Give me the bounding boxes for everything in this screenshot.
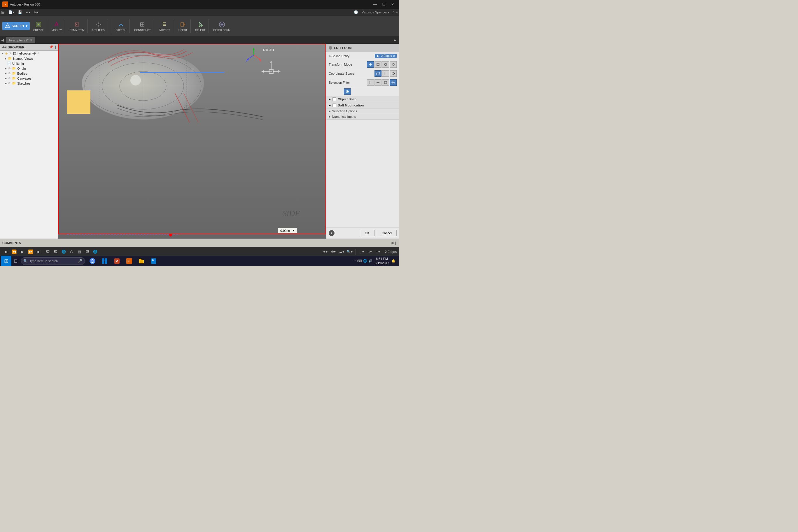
grid-btn[interactable]: ⊞▾: [366, 248, 373, 255]
play-btn[interactable]: ▶: [19, 248, 26, 255]
notification-btn[interactable]: 🔔: [392, 259, 396, 263]
taskbar-fusion[interactable]: F: [124, 256, 135, 266]
named-views-item[interactable]: ▶ 📁 Named Views: [0, 56, 58, 61]
active-tab[interactable]: helicopter v9* ×: [6, 37, 35, 43]
sel-filter-btn-2[interactable]: [375, 79, 381, 86]
prev-btn[interactable]: ⏪: [11, 248, 18, 255]
soft-mod-section[interactable]: ▶ Soft Modification: [326, 102, 399, 109]
measure-dropdown[interactable]: ▾: [291, 229, 294, 232]
transform-btn-1[interactable]: [367, 61, 374, 68]
sketch-button[interactable]: SKETCH: [114, 20, 128, 32]
origin-arrow: ▶: [5, 67, 7, 70]
maximize-button[interactable]: ❐: [380, 1, 388, 7]
view-ctrl-3[interactable]: ☁▾: [338, 248, 345, 255]
transform-btn-2[interactable]: [375, 61, 381, 68]
minimize-button[interactable]: —: [371, 1, 379, 7]
timeline-btn-5[interactable]: ▦: [76, 248, 83, 255]
tray-keyboard[interactable]: ⌨: [357, 259, 362, 263]
comments-add-btn[interactable]: ⊕: [391, 241, 394, 245]
timeline-btn-7[interactable]: 🌐: [92, 248, 99, 255]
modify-button[interactable]: MODIFY: [50, 20, 63, 32]
ok-button[interactable]: OK: [360, 230, 375, 236]
new-file-btn[interactable]: 📄▾: [8, 10, 14, 14]
clock[interactable]: 8:31 PM 6/19/2017: [375, 256, 389, 265]
history-btn[interactable]: 🕐: [354, 10, 358, 14]
next-btn[interactable]: ⏩: [27, 248, 34, 255]
timeline-btn-1[interactable]: 🖼: [44, 248, 51, 255]
selection-opts-section[interactable]: ▶ Selection Options: [326, 109, 399, 114]
tab-close-button[interactable]: ×: [30, 38, 32, 42]
tray-up-arrow[interactable]: ⌃: [354, 259, 356, 263]
inspect-button[interactable]: INSPECT: [157, 20, 172, 32]
transform-btn-4[interactable]: [390, 61, 397, 68]
search-box[interactable]: 🔍 Type here to search 🎤: [21, 257, 85, 265]
prev-start-btn[interactable]: ⏮: [2, 248, 10, 255]
timeline-btn-2[interactable]: 🖼: [52, 248, 59, 255]
object-snap-section[interactable]: ▶ Object Snap: [326, 96, 399, 102]
taskbar-chrome[interactable]: [87, 256, 98, 266]
sel-filter-btn-4[interactable]: [390, 79, 397, 86]
info-button[interactable]: i: [329, 230, 335, 236]
snap-btn[interactable]: ⊞▾: [375, 248, 381, 255]
create-button[interactable]: CREATE: [32, 20, 45, 32]
transform-label: Transform Mode: [329, 63, 367, 66]
save-btn[interactable]: 💾: [18, 10, 22, 14]
display-mode-btn[interactable]: ⬚▾: [358, 248, 365, 255]
timeline-btn-4[interactable]: ⬡: [68, 248, 75, 255]
redo-btn[interactable]: ↪▾: [34, 10, 38, 14]
next-end-btn[interactable]: ⏭: [35, 248, 42, 255]
svg-rect-5: [97, 24, 101, 25]
browser-root-item[interactable]: ▼ ◈ 👁 🔲 helicopter v9 ⊙: [0, 51, 58, 56]
symmetry-button[interactable]: SYMMETRY: [68, 20, 86, 32]
timeline-btn-3[interactable]: 🌐: [60, 248, 67, 255]
object-snap-checkbox[interactable]: [332, 97, 336, 101]
timeline-btn-6[interactable]: 🖼: [84, 248, 91, 255]
view-ctrl-4[interactable]: 🔍▾: [346, 248, 353, 255]
close-button[interactable]: ✕: [388, 1, 397, 7]
panel-collapse-button[interactable]: ▲: [393, 38, 398, 42]
coord-btn-2[interactable]: [382, 70, 389, 77]
construct-button[interactable]: CONSTRUCT: [132, 20, 153, 32]
insert-button[interactable]: INSERT: [176, 20, 189, 32]
back-button[interactable]: ◀: [1, 38, 6, 42]
user-menu[interactable]: Veronica Spencer ▾: [362, 11, 390, 14]
taskbar-explorer[interactable]: [136, 256, 147, 266]
task-view-btn[interactable]: ⊡: [12, 258, 19, 265]
svg-rect-49: [377, 63, 379, 65]
coord-btn-3[interactable]: [390, 70, 397, 77]
comments-pin-btn[interactable]: ‖: [395, 241, 397, 245]
browser-more-icon[interactable]: ‖: [55, 45, 56, 49]
finish-form-button[interactable]: FINISH FORM: [212, 20, 232, 32]
utilities-button[interactable]: UTILITIES: [91, 20, 107, 32]
coord-btn-1[interactable]: [375, 70, 381, 77]
grid-icon[interactable]: ⊞: [1, 10, 5, 15]
sel-filter-extra-btn[interactable]: [344, 88, 351, 95]
bodies-item[interactable]: ▶ 👁 📁 Bodies: [0, 71, 58, 76]
sel-filter-btn-1[interactable]: [367, 79, 374, 86]
taskbar-powerpoint[interactable]: P: [111, 256, 123, 266]
browser-pin-icon[interactable]: 📌: [49, 45, 53, 49]
numerical-inputs-section[interactable]: ▶ Numerical Inputs: [326, 114, 399, 119]
status-bar: ⏮ ⏪ ▶ ⏩ ⏭ 🖼 🖼 🌐 ⬡ ▦ 🖼 🌐 ✦▾ ⊕▾ ☁▾ 🔍▾ ⬚▾ ⊞…: [0, 247, 399, 256]
transform-btn-3[interactable]: [382, 61, 389, 68]
entity-tag-close[interactable]: ×: [393, 54, 395, 58]
soft-mod-checkbox[interactable]: [332, 103, 336, 107]
help-btn[interactable]: ? ▾: [393, 10, 398, 14]
sel-filter-btn-3[interactable]: [382, 79, 389, 86]
taskbar-photos[interactable]: [148, 256, 159, 266]
sculpt-button[interactable]: SCULPT ▾: [2, 22, 30, 30]
undo-btn[interactable]: ↩▾: [26, 10, 30, 14]
cancel-button[interactable]: Cancel: [377, 230, 397, 236]
canvases-item[interactable]: ▶ 👁 📁 Canvases: [0, 76, 58, 81]
canvas-area[interactable]: SiDE Y Z X RIGHT 0.00 i: [58, 44, 326, 239]
tray-sound[interactable]: 🔊: [368, 259, 373, 263]
sketches-item[interactable]: ▶ 👁 📁 Sketches: [0, 81, 58, 86]
tray-network[interactable]: 🌐: [363, 259, 367, 263]
browser-collapse-icon[interactable]: ◀◀: [2, 45, 6, 49]
view-ctrl-1[interactable]: ✦▾: [322, 248, 329, 255]
taskbar-windows[interactable]: [99, 256, 111, 266]
start-button[interactable]: ⊞: [1, 256, 12, 266]
select-button[interactable]: SELECT: [194, 20, 207, 32]
view-ctrl-2[interactable]: ⊕▾: [330, 248, 337, 255]
origin-item[interactable]: ▶ 👁 📁 Origin: [0, 66, 58, 71]
